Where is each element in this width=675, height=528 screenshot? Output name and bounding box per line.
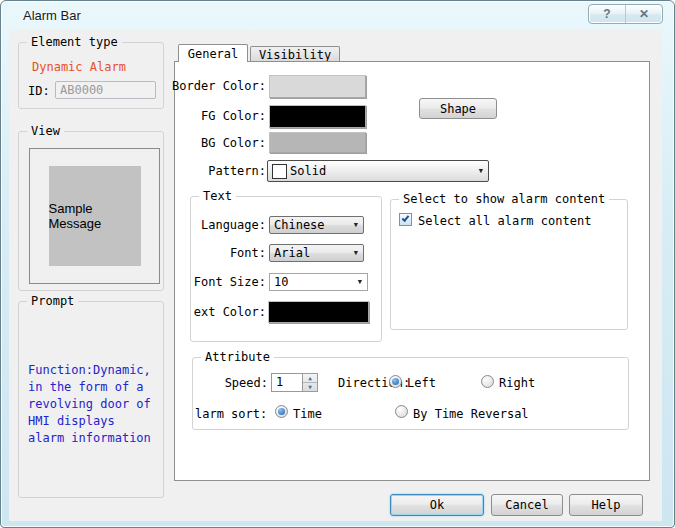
chevron-down-icon: ▼: [354, 249, 358, 257]
sort-time-label: Time: [293, 407, 322, 421]
direction-right-radio[interactable]: [481, 375, 494, 388]
select-alarm-group: Select to show alarm content Select all …: [390, 199, 628, 330]
cancel-button[interactable]: Cancel: [491, 494, 563, 516]
language-value: Chinese: [274, 218, 325, 232]
dialog-body: Element type Dynamic Alarm ID: AB0000 Vi…: [9, 29, 662, 521]
view-group-title: View: [27, 124, 64, 138]
tab-visibility-label: Visibility: [259, 48, 331, 62]
help-button[interactable]: Help: [569, 494, 643, 516]
pattern-preview-swatch: [272, 164, 287, 179]
check-icon: [402, 214, 410, 222]
spin-up-icon[interactable]: ▲: [303, 374, 317, 382]
prompt-group-title: Prompt: [27, 294, 78, 308]
direction-left-label: Left: [407, 376, 436, 390]
id-value: AB0000: [60, 83, 103, 97]
attribute-group: Attribute Speed: 1 ▲ ▼ Direction: Left R…: [192, 357, 629, 430]
radio-dot: [392, 378, 399, 385]
help-titlebar-button[interactable]: ?: [589, 5, 625, 23]
tab-visibility[interactable]: Visibility: [250, 46, 340, 62]
prompt-group: Prompt Function:Dynamic, in the form of …: [18, 301, 164, 498]
radio-dot: [278, 408, 285, 415]
general-tab-page: Border Color: Shape FG Color: BG Color: …: [174, 61, 650, 481]
pattern-value: Solid: [290, 164, 326, 178]
select-alarm-group-title: Select to show alarm content: [399, 192, 609, 206]
speed-label: Speed:: [225, 376, 268, 390]
speed-input[interactable]: 1: [271, 373, 303, 392]
sample-message-text: Sample Message: [49, 201, 141, 231]
sample-message-box: Sample Message: [49, 166, 141, 266]
direction-right-label: Right: [499, 376, 535, 390]
shape-button-label: Shape: [440, 102, 476, 116]
text-color-label: ext Color:: [194, 305, 266, 319]
font-value: Arial: [274, 246, 310, 260]
speed-stepper[interactable]: ▲ ▼: [302, 373, 318, 392]
help-button-label: Help: [592, 498, 621, 512]
element-type-group-title: Element type: [27, 35, 122, 49]
language-select[interactable]: Chinese ▼: [269, 216, 364, 234]
tab-general[interactable]: General: [178, 44, 248, 62]
attribute-group-title: Attribute: [201, 350, 274, 364]
chevron-down-icon: ▼: [354, 221, 358, 229]
font-size-value: 10: [274, 275, 288, 289]
fg-color-label: FG Color:: [201, 109, 266, 123]
id-label: ID:: [28, 84, 50, 98]
help-icon: ?: [603, 7, 610, 21]
text-color-swatch[interactable]: [268, 301, 369, 323]
chevron-down-icon: ▼: [479, 167, 483, 175]
font-label: Font:: [230, 246, 266, 260]
font-size-label: Font Size:: [194, 275, 266, 289]
pattern-label: Pattern:: [208, 164, 266, 178]
titlebar[interactable]: Alarm Bar ? ✕: [1, 1, 674, 29]
select-all-checkbox[interactable]: [399, 213, 412, 226]
chevron-down-icon: ▼: [358, 278, 362, 286]
prompt-text: Function:Dynamic, in the form of a revol…: [28, 362, 160, 447]
close-icon: ✕: [639, 7, 649, 21]
id-field: AB0000: [55, 81, 156, 99]
ok-button-label: Ok: [430, 498, 444, 512]
sort-time-radio[interactable]: [275, 405, 288, 418]
element-type-group: Element type Dynamic Alarm ID: AB0000: [18, 42, 164, 109]
border-color-swatch[interactable]: [269, 75, 366, 98]
font-size-select[interactable]: 10 ▼: [269, 273, 368, 291]
select-all-checkbox-label: Select all alarm content: [418, 214, 591, 228]
text-group: Text Language: Chinese ▼ Font: Arial ▼ F…: [190, 196, 382, 342]
shape-button[interactable]: Shape: [419, 98, 497, 119]
ok-button[interactable]: Ok: [390, 494, 484, 516]
window-title: Alarm Bar: [23, 8, 81, 23]
close-button[interactable]: ✕: [625, 5, 662, 23]
sort-reversal-radio[interactable]: [395, 405, 408, 418]
alarm-bar-dialog: Alarm Bar ? ✕ Element type Dynamic Alarm…: [0, 0, 675, 528]
cancel-button-label: Cancel: [505, 498, 548, 512]
element-type-value: Dynamic Alarm: [32, 60, 126, 74]
language-label: Language:: [201, 218, 266, 232]
sort-reversal-label: By Time Reversal: [413, 407, 529, 421]
speed-value: 1: [276, 375, 283, 389]
fg-color-swatch[interactable]: [269, 105, 366, 128]
pattern-select[interactable]: Solid ▼: [267, 160, 489, 182]
direction-left-radio[interactable]: [389, 375, 402, 388]
tab-general-label: General: [188, 47, 239, 61]
alarm-sort-label: larm sort:: [195, 407, 267, 421]
caption-buttons: ? ✕: [588, 4, 663, 24]
bg-color-swatch[interactable]: [269, 132, 366, 153]
preview-panel: Sample Message: [29, 148, 160, 284]
bg-color-label: BG Color:: [201, 136, 266, 150]
text-group-title: Text: [199, 189, 236, 203]
view-group: View Sample Message: [18, 131, 164, 291]
spin-down-icon[interactable]: ▼: [303, 382, 317, 391]
border-color-label: Border Color:: [172, 79, 266, 93]
font-select[interactable]: Arial ▼: [269, 244, 364, 262]
